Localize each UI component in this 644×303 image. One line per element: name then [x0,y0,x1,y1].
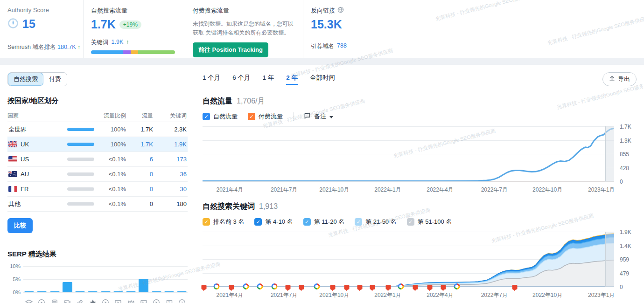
tab-organic-search[interactable]: 自然搜索 [8,73,43,86]
map-pin-icon[interactable] [37,298,46,303]
keywords-value[interactable]: 1.9K [153,141,187,148]
legend-checkbox-item[interactable]: 第 11-20 名 [303,218,345,226]
table-row-全世界[interactable]: 全世界100%1.7K2.3K [7,122,188,137]
video-box-icon[interactable] [113,298,123,303]
google-update-marker[interactable] [314,283,320,289]
time-tab[interactable]: 2 年 [286,74,298,85]
position-tracking-button[interactable]: 前往 Position Tracking [193,42,268,57]
play-icon[interactable] [152,298,161,303]
google-update-marker[interactable] [398,283,404,289]
update-flag-marker[interactable] [201,285,206,289]
share-bar-cell [67,158,97,161]
serp-bar[interactable] [50,291,60,292]
update-flag-marker[interactable] [229,285,234,289]
checkbox-icon[interactable] [254,218,262,226]
ref-domains-value[interactable]: 788 [337,42,347,50]
google-update-marker[interactable] [454,283,460,289]
google-icon [398,283,404,289]
checkbox-icon[interactable] [203,113,210,120]
time-tab[interactable]: 1 个月 [203,74,220,85]
faq-icon[interactable]: ? [165,298,174,303]
update-flag-marker[interactable] [344,285,349,289]
serp-bar[interactable] [63,282,72,292]
table-row-其他[interactable]: 其他<0.1%0180 [7,197,188,212]
question-icon[interactable]: ? [177,298,187,303]
compare-button[interactable]: 比较 [7,218,33,233]
serp-bar[interactable] [88,291,98,292]
google-update-marker[interactable] [272,283,278,289]
notes-toggle[interactable]: 备注 [304,112,333,121]
traffic-value[interactable]: 1.7K [126,141,153,148]
image-icon[interactable] [139,298,148,303]
google-update-marker[interactable] [243,283,249,289]
time-tab[interactable]: 6 个月 [232,74,250,85]
legend-checkbox-item[interactable]: 第 21-50 名 [355,218,396,226]
update-flag-marker[interactable] [357,285,362,289]
export-button[interactable]: 导出 [602,72,637,86]
checkbox-icon[interactable] [407,218,414,226]
serp-bar[interactable] [101,291,111,292]
crown-icon[interactable] [126,298,136,303]
update-flag-marker[interactable] [299,285,304,289]
serp-bar[interactable] [126,291,136,292]
backlinks-value[interactable]: 15.3K [311,18,399,31]
checkbox-icon[interactable] [355,218,362,226]
legend-checkbox-item[interactable]: 第 4-10 名 [254,218,293,226]
keywords-value[interactable]: 1.9K [112,39,124,47]
update-flag-marker[interactable] [441,285,446,289]
checkbox-icon[interactable] [303,218,311,226]
keyword-bar-segment [138,50,175,54]
table-row-US[interactable]: US<0.1%6173 [7,152,188,167]
star-icon[interactable] [88,298,98,303]
time-tab[interactable]: 1 年 [263,74,274,85]
keywords-value[interactable]: 36 [153,171,187,178]
legend-checkbox-item[interactable]: 排名前 3 名 [203,218,244,226]
update-flag-marker[interactable] [285,285,290,289]
share-bar-cell [67,202,97,206]
image-pack-icon[interactable] [63,298,72,303]
google-update-marker[interactable] [257,283,263,289]
serp-bar[interactable] [37,291,47,292]
legend-checkbox-item[interactable]: 第 51-100 名 [407,218,452,226]
update-flag-marker[interactable] [512,285,518,289]
google-update-marker[interactable] [213,283,219,289]
keywords-value[interactable]: 173 [153,156,187,163]
link-icon[interactable] [75,298,84,303]
traffic-value[interactable]: 0 [126,171,153,178]
serp-bar[interactable] [152,291,161,292]
update-flag-marker[interactable] [413,285,418,289]
keywords-value[interactable]: 30 [153,186,187,193]
legend-checkbox-item[interactable]: 自然流量 [203,112,238,121]
time-tab[interactable]: 全部时间 [310,74,335,85]
traffic-plot-area[interactable] [203,126,614,181]
serp-bar[interactable] [177,291,187,292]
serp-bar[interactable] [139,279,148,292]
serp-bar[interactable] [75,291,85,292]
keywords-plot-area[interactable] [203,232,614,287]
google-icon [257,283,263,289]
checkbox-icon[interactable] [248,113,255,120]
update-flag-marker[interactable] [427,285,432,289]
traffic-value[interactable]: 6 [126,156,153,163]
checkbox-icon[interactable] [203,218,210,226]
update-flag-marker[interactable] [330,285,335,289]
table-row-FR[interactable]: FR<0.1%030 [7,182,188,197]
serp-bar[interactable] [113,291,123,292]
keywords-value: 180 [153,200,187,207]
table-row-UK[interactable]: UK100%1.7K1.9K [7,137,188,152]
tab-paid[interactable]: 付费 [43,73,67,86]
semrush-rank-value[interactable]: 180.7K [57,44,76,50]
table-row-AU[interactable]: AU<0.1%036 [7,167,188,182]
y-tick-label: 1.4K [620,243,631,249]
serp-bar[interactable] [24,291,34,292]
country-name: 全世界 [8,125,27,134]
video-icon[interactable] [101,298,110,303]
legend-checkbox-item[interactable]: 付费流量 [248,112,283,121]
graduation-cap-icon[interactable] [24,298,34,303]
update-flag-marker[interactable] [370,285,375,289]
traffic-value[interactable]: 0 [126,186,153,193]
article-icon[interactable] [50,298,59,303]
serp-bar[interactable] [164,291,174,292]
update-flag-marker[interactable] [385,285,391,289]
legend-label: 排名前 3 名 [213,218,244,226]
